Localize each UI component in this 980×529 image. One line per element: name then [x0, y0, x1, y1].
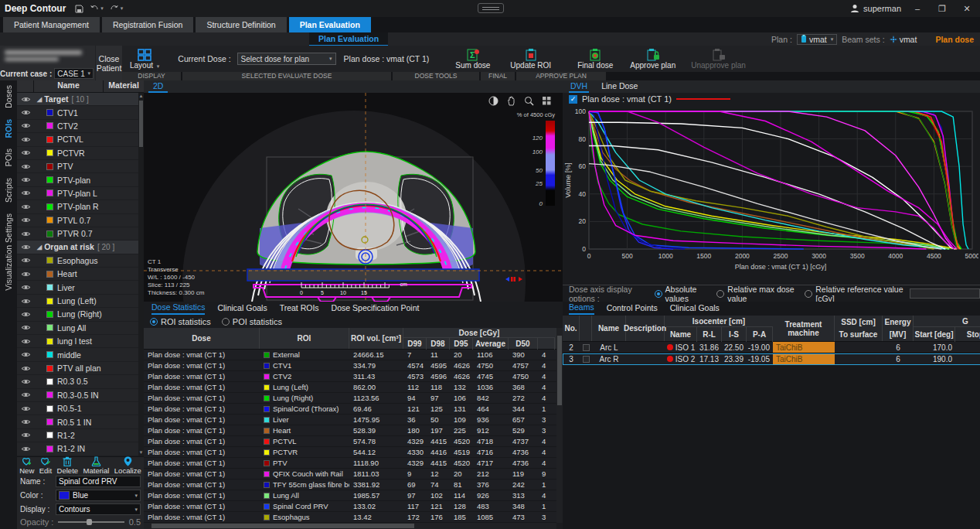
window-drag-handle-icon[interactable]: [478, 3, 504, 13]
visibility-toggle[interactable]: [17, 136, 34, 143]
beam-row-arc-r[interactable]: 3Arc RISO 217.1323.39-19.05TaiChiB6190.0: [563, 353, 980, 365]
visibility-toggle[interactable]: [17, 176, 34, 183]
roi-tree-scrollbar[interactable]: ▲ ▼: [138, 93, 144, 456]
roi-group-organ-at-risk[interactable]: ◢Organ at risk[ 20 ]: [17, 241, 138, 254]
stats-tab-clinical-goals[interactable]: Clinical Goals: [217, 303, 267, 314]
radio-icon[interactable]: [150, 318, 158, 326]
plan-select[interactable]: vmat ▾: [797, 34, 837, 45]
nav-tab-registration-fusion[interactable]: Registration Fusion: [102, 17, 193, 32]
visibility-toggle[interactable]: [17, 365, 34, 372]
minimize-button[interactable]: –: [909, 4, 926, 13]
scroll-up-icon[interactable]: ▲: [138, 93, 144, 100]
layout-button[interactable]: Layout ▾: [122, 46, 167, 72]
nav-tab-plan-evaluation[interactable]: Plan Evaluation: [289, 17, 371, 32]
side-tab-doses[interactable]: Doses: [4, 85, 13, 108]
visibility-toggle[interactable]: [17, 351, 34, 358]
side-tab-scripts[interactable]: Scripts: [4, 178, 13, 203]
stats-radio[interactable]: ROI statistics: [150, 317, 211, 326]
roi-item-r1-2[interactable]: R1-2: [17, 429, 138, 442]
roi-item-r0-3-0-5[interactable]: R0.3 0.5: [17, 375, 138, 388]
visibility-toggle[interactable]: [17, 271, 34, 278]
roi-item-r1-2-in[interactable]: R1-2 IN: [17, 442, 138, 456]
sum-dose-button[interactable]: Σ Sum dose: [449, 46, 496, 72]
stats-row[interactable]: Plan dose : vmat (CT 1)PTV1118.904329441…: [144, 458, 556, 469]
localize-roi-button[interactable]: Localize: [114, 456, 141, 475]
roi-item-ctv2[interactable]: CTV2: [17, 120, 138, 133]
stats-tab-dose-specification-point[interactable]: Dose Specification Point: [332, 303, 420, 314]
save-icon[interactable]: [75, 5, 83, 13]
visibility-toggle[interactable]: [17, 311, 34, 318]
ct-viewport[interactable]: 051015cm % of 4500 cGy 12010050250 CT 1T…: [144, 93, 563, 302]
stats-row[interactable]: Plan dose : vmat (CT 1)PCTVL574.78432944…: [144, 436, 556, 447]
roi-item-r0-3-0-5-in[interactable]: R0.3-0.5 IN: [17, 389, 138, 402]
roi-item-ptv[interactable]: PTV: [17, 160, 138, 173]
beam-checkbox[interactable]: [583, 344, 590, 351]
roi-item-pctvr[interactable]: PCTVR: [17, 147, 138, 160]
stats-row[interactable]: Plan dose : vmat (CT 1)PCTVR544.12433044…: [144, 447, 556, 458]
window-level-icon[interactable]: [488, 96, 499, 106]
radio-icon[interactable]: [716, 290, 724, 298]
dose-axis-option[interactable]: Relative max dose value: [716, 285, 798, 303]
roi-name-input[interactable]: Spinal Cord PRV: [56, 476, 141, 487]
stats-row[interactable]: Plan dose : vmat (CT 1)SpinalCord (Thora…: [144, 404, 556, 415]
beam-sets-value[interactable]: vmat: [890, 35, 917, 44]
visibility-toggle[interactable]: [17, 230, 34, 237]
pan-hand-icon[interactable]: [506, 96, 516, 106]
collapse-icon[interactable]: ◢: [37, 96, 42, 103]
visibility-toggle[interactable]: [17, 109, 34, 116]
visibility-toggle[interactable]: [17, 189, 34, 196]
roi-item-lung-all[interactable]: Lung All: [17, 322, 138, 335]
roi-item-heart[interactable]: Heart: [17, 268, 138, 281]
roi-item-ctv1[interactable]: CTV1: [17, 106, 138, 119]
stats-horizontal-scrollbar[interactable]: [144, 523, 556, 529]
tab-plan-evaluation[interactable]: Plan Evaluation: [309, 32, 388, 46]
roi-item-ptv-all-plan[interactable]: PTV all plan: [17, 362, 138, 375]
dvh-chart[interactable]: 0500100015002000250030003500400045005000…: [563, 105, 978, 283]
roi-item-lung-left-[interactable]: Lung (Left): [17, 295, 138, 308]
roi-item-liver[interactable]: Liver: [17, 281, 138, 294]
roi-item-ptv-plan-r[interactable]: PTV-plan R: [17, 200, 138, 213]
unapprove-plan-button[interactable]: Unapprove plan: [685, 46, 752, 72]
stats-row[interactable]: Plan dose : vmat (CT 1)CTV2311.434573459…: [144, 371, 556, 382]
roi-item-r0-5-1[interactable]: R0.5-1: [17, 402, 138, 415]
roi-item-ptvl-0-7[interactable]: PTVL 0.7: [17, 214, 138, 227]
roi-item-pctvl[interactable]: PCTVL: [17, 133, 138, 146]
visibility-toggle[interactable]: [17, 257, 34, 264]
stats-row[interactable]: Plan dose : vmat (CT 1)Liver1475.9536501…: [144, 415, 556, 425]
edit-roi-button[interactable]: Edit: [39, 456, 52, 475]
redo-caret-icon[interactable]: ▾: [121, 5, 124, 12]
scrollbar-thumb[interactable]: [151, 524, 414, 528]
radio-icon[interactable]: [655, 290, 662, 298]
nav-tab-structure-definition[interactable]: Structure Definition: [196, 17, 286, 32]
dose-axis-option[interactable]: Relative reference value [cGy]: [805, 285, 903, 303]
stats-row[interactable]: Plan dose : vmat (CT 1)Heart528.39180197…: [144, 425, 556, 436]
stats-tab-dose-statistics[interactable]: Dose Statistics: [151, 302, 205, 315]
visibility-toggle[interactable]: [17, 149, 34, 156]
nav-tab-patient-management[interactable]: Patient Management: [3, 17, 100, 32]
side-tab-visualization-settings[interactable]: Visualization Settings: [4, 213, 13, 291]
dose-axis-option[interactable]: Absolute values: [655, 285, 711, 303]
roi-item-ptv-plan-l[interactable]: PTV-plan L: [17, 187, 138, 200]
visibility-toggle[interactable]: [17, 298, 34, 305]
stats-row[interactable]: Plan dose : vmat (CT 1)Spinal Cord PRV13…: [144, 501, 556, 512]
beams-tab-beams[interactable]: Beams: [569, 302, 594, 315]
roi-display-select[interactable]: Contours ▾: [56, 503, 141, 515]
collapse-icon[interactable]: ◢: [37, 244, 42, 251]
visibility-toggle[interactable]: [17, 244, 34, 251]
visibility-toggle[interactable]: [17, 338, 34, 345]
zoom-icon[interactable]: [524, 96, 534, 106]
roi-item-ptvr-0-7[interactable]: PTVR 0.7: [17, 227, 138, 241]
visibility-toggle[interactable]: [17, 122, 34, 129]
roi-item-middle[interactable]: middle: [17, 348, 138, 361]
scrollbar-thumb[interactable]: [139, 101, 143, 147]
visibility-toggle[interactable]: [17, 378, 34, 385]
plan-dose-checkbox[interactable]: ✓: [569, 95, 577, 104]
visibility-toggle[interactable]: [17, 96, 34, 103]
visibility-toggle[interactable]: [17, 405, 34, 412]
stats-row[interactable]: Plan dose : vmat (CT 1)TFY 55cm glass fi…: [144, 480, 556, 490]
user-badge[interactable]: superman: [850, 4, 901, 13]
undo-icon[interactable]: ▾: [90, 5, 104, 12]
undo-caret-icon[interactable]: ▾: [100, 5, 104, 12]
stats-row[interactable]: Plan dose : vmat (CT 1)QFIX Couch with R…: [144, 469, 556, 480]
opacity-slider-thumb[interactable]: [87, 519, 92, 525]
